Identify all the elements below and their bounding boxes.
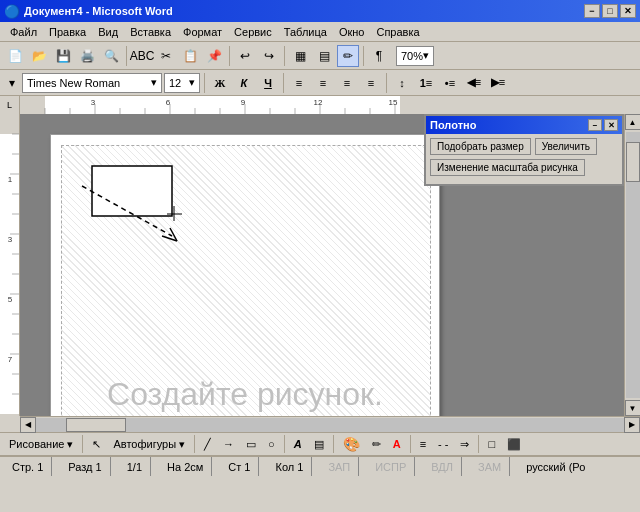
- textbox-button[interactable]: ▤: [309, 434, 329, 454]
- drawing-button[interactable]: ✏: [337, 45, 359, 67]
- copy-button[interactable]: 📋: [179, 45, 201, 67]
- ruler-corner[interactable]: L: [0, 96, 20, 114]
- font-selector[interactable]: Times New Roman ▾: [22, 73, 162, 93]
- font-name: Times New Roman: [27, 77, 120, 89]
- autoshapes-button[interactable]: Автофигуры ▾: [108, 434, 190, 454]
- svg-text:7: 7: [8, 355, 13, 364]
- wordart-button[interactable]: A: [289, 434, 307, 454]
- line-spacing-button[interactable]: ↕: [391, 73, 413, 93]
- font-size-selector[interactable]: 12 ▾: [164, 73, 200, 93]
- document-page: Создайте рисунок.: [50, 134, 440, 416]
- h-scroll-track[interactable]: [36, 418, 624, 432]
- horizontal-ruler: 3 6 9 12 15: [20, 96, 640, 114]
- vertical-scrollbar[interactable]: ▲ ▼: [624, 114, 640, 416]
- svg-text:3: 3: [91, 98, 96, 107]
- align-left-button[interactable]: ≡: [288, 73, 310, 93]
- main-area: 1 3 5 7: [0, 114, 640, 432]
- title-bar: 🔵 Документ4 - Microsoft Word − □ ✕: [0, 0, 640, 22]
- line-color-button[interactable]: ✏: [367, 434, 386, 454]
- align-right-button[interactable]: ≡: [336, 73, 358, 93]
- print-preview-button[interactable]: 🔍: [100, 45, 122, 67]
- insert-table-button[interactable]: ▦: [289, 45, 311, 67]
- drawing-label[interactable]: Рисование ▾: [4, 434, 78, 454]
- print-button[interactable]: 🖨️: [76, 45, 98, 67]
- cut-button[interactable]: ✂: [155, 45, 177, 67]
- maximize-button[interactable]: □: [602, 4, 618, 18]
- open-button[interactable]: 📂: [28, 45, 50, 67]
- underline-button[interactable]: Ч: [257, 73, 279, 93]
- spell-check-button[interactable]: ABC: [131, 45, 153, 67]
- scroll-track[interactable]: [626, 132, 640, 398]
- scroll-down-button[interactable]: ▼: [625, 400, 641, 416]
- drawing-label-text: Рисование ▾: [9, 438, 73, 451]
- status-pos: На 2см: [159, 457, 212, 476]
- title-bar-controls[interactable]: − □ ✕: [584, 4, 636, 18]
- status-lang: русский (Ро: [518, 457, 593, 476]
- 3d-button[interactable]: ⬛: [502, 434, 526, 454]
- menu-file[interactable]: Файл: [4, 24, 43, 40]
- italic-button[interactable]: К: [233, 73, 255, 93]
- menu-edit[interactable]: Правка: [43, 24, 92, 40]
- menu-view[interactable]: Вид: [92, 24, 124, 40]
- zoom-control[interactable]: 70% ▾: [396, 46, 434, 66]
- insert-columns-button[interactable]: ▤: [313, 45, 335, 67]
- style-dropdown-btn[interactable]: ▾: [4, 72, 20, 94]
- fit-size-button[interactable]: Подобрать размер: [430, 138, 531, 155]
- status-rec: ЗАП: [320, 457, 359, 476]
- paste-button[interactable]: 📌: [203, 45, 225, 67]
- select-button[interactable]: ↖: [87, 434, 106, 454]
- menu-window[interactable]: Окно: [333, 24, 371, 40]
- scroll-left-button[interactable]: ◀: [20, 417, 36, 433]
- menu-table[interactable]: Таблица: [278, 24, 333, 40]
- bullets-button[interactable]: •≡: [439, 73, 461, 93]
- bold-button[interactable]: Ж: [209, 73, 231, 93]
- arrow-button[interactable]: →: [218, 434, 239, 454]
- horizontal-scrollbar[interactable]: ◀ ▶: [20, 416, 640, 432]
- svg-text:9: 9: [241, 98, 246, 107]
- menu-format[interactable]: Формат: [177, 24, 228, 40]
- decrease-indent-button[interactable]: ◀≡: [463, 73, 485, 93]
- draw-sep-6: [478, 435, 479, 453]
- enlarge-button[interactable]: Увеличить: [535, 138, 597, 155]
- line-button[interactable]: ╱: [199, 434, 216, 454]
- font-color-button[interactable]: A: [388, 434, 406, 454]
- ellipse-button[interactable]: ○: [263, 434, 280, 454]
- increase-indent-button[interactable]: ▶≡: [487, 73, 509, 93]
- menu-tools[interactable]: Сервис: [228, 24, 278, 40]
- menu-insert[interactable]: Вставка: [124, 24, 177, 40]
- justify-button[interactable]: ≡: [360, 73, 382, 93]
- align-center-button[interactable]: ≡: [312, 73, 334, 93]
- canvas-panel-close[interactable]: ✕: [604, 119, 618, 131]
- dash-style-button[interactable]: - -: [433, 434, 453, 454]
- status-zam: ЗАМ: [470, 457, 510, 476]
- scroll-thumb[interactable]: [626, 142, 640, 182]
- zoom-arrow: ▾: [423, 49, 429, 62]
- scale-button[interactable]: Изменение масштаба рисунка: [430, 159, 585, 176]
- minimize-button[interactable]: −: [584, 4, 600, 18]
- rect-button[interactable]: ▭: [241, 434, 261, 454]
- zoom-dropdown[interactable]: 70% ▾: [396, 46, 434, 66]
- new-button[interactable]: 📄: [4, 45, 26, 67]
- shadow-button[interactable]: □: [483, 434, 500, 454]
- line-style-button[interactable]: ≡: [415, 434, 431, 454]
- scroll-right-button[interactable]: ▶: [624, 417, 640, 433]
- h-scroll-thumb[interactable]: [66, 418, 126, 432]
- status-col: Кол 1: [267, 457, 312, 476]
- numbering-button[interactable]: 1≡: [415, 73, 437, 93]
- undo-button[interactable]: ↩: [234, 45, 256, 67]
- menu-help[interactable]: Справка: [370, 24, 425, 40]
- show-hide-button[interactable]: ¶: [368, 45, 390, 67]
- scroll-up-button[interactable]: ▲: [625, 114, 641, 130]
- panel-row-2: Изменение масштаба рисунка: [430, 159, 618, 176]
- fmt-sep-2: [283, 73, 284, 93]
- svg-text:6: 6: [166, 98, 171, 107]
- word-icon: 🔵: [4, 4, 20, 19]
- toolbar-separator-3: [284, 46, 285, 66]
- save-button[interactable]: 💾: [52, 45, 74, 67]
- close-button[interactable]: ✕: [620, 4, 636, 18]
- fill-color-button[interactable]: 🎨: [338, 434, 365, 454]
- redo-button[interactable]: ↪: [258, 45, 280, 67]
- canvas-panel-title: Полотно − ✕: [426, 116, 622, 134]
- arrow-style-button[interactable]: ⇒: [455, 434, 474, 454]
- canvas-panel-minimize[interactable]: −: [588, 119, 602, 131]
